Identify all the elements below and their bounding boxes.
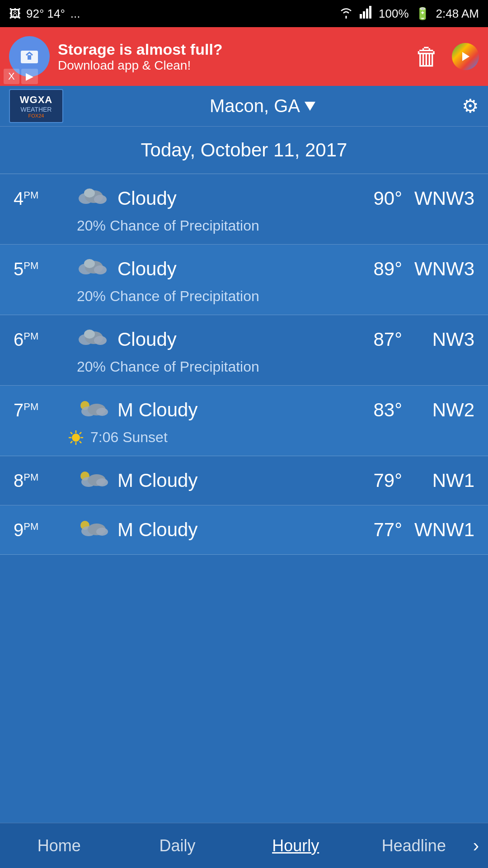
weather-time: 6PM [14, 330, 68, 350]
precipitation-text: 20% Chance of Precipitation [14, 217, 474, 234]
weather-description: Cloudy [117, 188, 334, 209]
weather-cloud-icon [77, 466, 108, 495]
svg-point-23 [72, 434, 80, 442]
weather-row: 5PM Cloudy 89° WNW3 20% Chance of Precip… [0, 245, 488, 315]
status-dots: ... [70, 7, 80, 21]
date-text: Today, October 11, 2017 [141, 139, 347, 160]
precipitation-text: 20% Chance of Precipitation [14, 359, 474, 375]
svg-line-29 [80, 441, 81, 443]
svg-point-17 [94, 336, 107, 345]
weather-list: 4PM Cloudy 90° WNW3 20% Chance of Precip… [0, 174, 488, 555]
app-logo: WGXA WEATHER FOX24 [9, 89, 63, 123]
settings-icon[interactable]: ⚙ [462, 95, 479, 117]
weather-row: 6PM Cloudy 87° NW3 20% Chance of Precipi… [0, 315, 488, 386]
status-temp: 92° 14° [26, 7, 65, 21]
sunset-text: 7:06 Sunset [90, 429, 168, 446]
weather-temperature: 83° [343, 399, 402, 421]
ad-play-button[interactable] [452, 43, 479, 70]
weather-description: Cloudy [117, 258, 334, 280]
ad-close-button[interactable]: X [4, 69, 19, 84]
svg-rect-1 [363, 11, 365, 19]
status-right: 100% 🔋 2:48 AM [339, 6, 479, 22]
weather-temperature: 79° [343, 470, 402, 491]
nav-more-icon[interactable]: › [473, 835, 488, 856]
nav-item-daily[interactable]: Daily [118, 832, 237, 860]
weather-wind: NW1 [411, 470, 474, 491]
weather-main-row: 5PM Cloudy 89° WNW3 [14, 255, 474, 283]
ad-controls: X ▶ [0, 67, 42, 86]
weather-cloud-icon [77, 515, 108, 544]
bottom-nav: HomeDailyHourlyHeadline › [0, 823, 488, 868]
weather-description: M Cloudy [117, 519, 334, 541]
svg-marker-6 [462, 52, 469, 61]
wifi-icon [339, 6, 353, 22]
weather-description: Cloudy [117, 329, 334, 350]
weather-wind: WNW1 [411, 519, 474, 541]
time-display: 2:48 AM [436, 7, 479, 21]
svg-point-13 [94, 265, 107, 274]
weather-main-row: 9PM M Cloudy 77° WNW1 [14, 515, 474, 544]
weather-time: 9PM [14, 520, 68, 540]
status-bar: 🖼 92° 14° ... 100% 🔋 2:48 AM [0, 0, 488, 27]
weather-wind: WNW3 [411, 258, 474, 280]
svg-point-22 [96, 408, 108, 416]
weather-wind: NW3 [411, 329, 474, 350]
weather-time: 8PM [14, 471, 68, 491]
nav-item-headline[interactable]: Headline [355, 832, 473, 860]
location-dropdown-arrow[interactable] [305, 102, 315, 111]
weather-cloud-icon [77, 396, 108, 425]
date-header: Today, October 11, 2017 [0, 127, 488, 174]
app-header: WGXA WEATHER FOX24 Macon, GA ⚙ [0, 86, 488, 127]
weather-temperature: 87° [343, 329, 402, 350]
svg-point-14 [84, 259, 95, 268]
photo-icon: 🖼 [9, 7, 21, 21]
svg-rect-5 [28, 55, 31, 60]
weather-cloud-icon [77, 325, 108, 354]
weather-row: 8PM M Cloudy 79° NW1 [0, 456, 488, 505]
weather-row: 7PM M Cloudy 83° NW2 7:06 Sunset [0, 386, 488, 456]
ad-trash-icon: 🗑 [415, 42, 439, 71]
precipitation-text: 20% Chance of Precipitation [14, 288, 474, 305]
logo-weather-text: WEATHER [21, 106, 52, 113]
svg-line-30 [80, 432, 81, 434]
ad-play-small-button[interactable]: ▶ [21, 69, 38, 84]
weather-cloud-icon [77, 184, 108, 213]
svg-point-9 [94, 195, 107, 204]
ad-subtitle: Download app & Clean! [58, 58, 407, 73]
location-title[interactable]: Macon, GA [63, 96, 462, 116]
logo-fox-text: FOX24 [28, 113, 44, 118]
svg-rect-3 [369, 6, 371, 19]
weather-row: 4PM Cloudy 90° WNW3 20% Chance of Precip… [0, 174, 488, 245]
weather-time: 5PM [14, 259, 68, 279]
weather-wind: WNW3 [411, 188, 474, 209]
battery-text: 100% [379, 7, 409, 21]
weather-main-row: 6PM Cloudy 87° NW3 [14, 325, 474, 354]
signal-icon [360, 6, 372, 22]
weather-row: 9PM M Cloudy 77° WNW1 [0, 505, 488, 555]
weather-description: M Cloudy [117, 399, 334, 421]
logo-wgxa-text: WGXA [20, 94, 52, 106]
weather-temperature: 77° [343, 519, 402, 541]
ad-text: Storage is almost full? Download app & C… [58, 41, 407, 73]
weather-temperature: 90° [343, 188, 402, 209]
svg-point-18 [84, 330, 95, 339]
svg-line-28 [70, 432, 72, 434]
nav-item-hourly[interactable]: Hourly [236, 832, 355, 860]
svg-rect-2 [366, 9, 368, 19]
ad-title: Storage is almost full? [58, 41, 407, 58]
sunset-info: 7:06 Sunset [14, 429, 474, 446]
svg-point-35 [96, 478, 108, 486]
battery-icon: 🔋 [415, 7, 430, 21]
ad-banner[interactable]: Storage is almost full? Download app & C… [0, 27, 488, 86]
weather-main-row: 8PM M Cloudy 79° NW1 [14, 466, 474, 495]
weather-main-row: 4PM Cloudy 90° WNW3 [14, 184, 474, 213]
nav-items: HomeDailyHourlyHeadline [0, 832, 473, 860]
weather-main-row: 7PM M Cloudy 83° NW2 [14, 396, 474, 425]
weather-wind: NW2 [411, 399, 474, 421]
weather-description: M Cloudy [117, 470, 334, 491]
weather-temperature: 89° [343, 258, 402, 280]
svg-point-39 [96, 528, 108, 536]
svg-rect-0 [360, 14, 362, 19]
svg-line-31 [70, 441, 72, 443]
nav-item-home[interactable]: Home [0, 832, 118, 860]
